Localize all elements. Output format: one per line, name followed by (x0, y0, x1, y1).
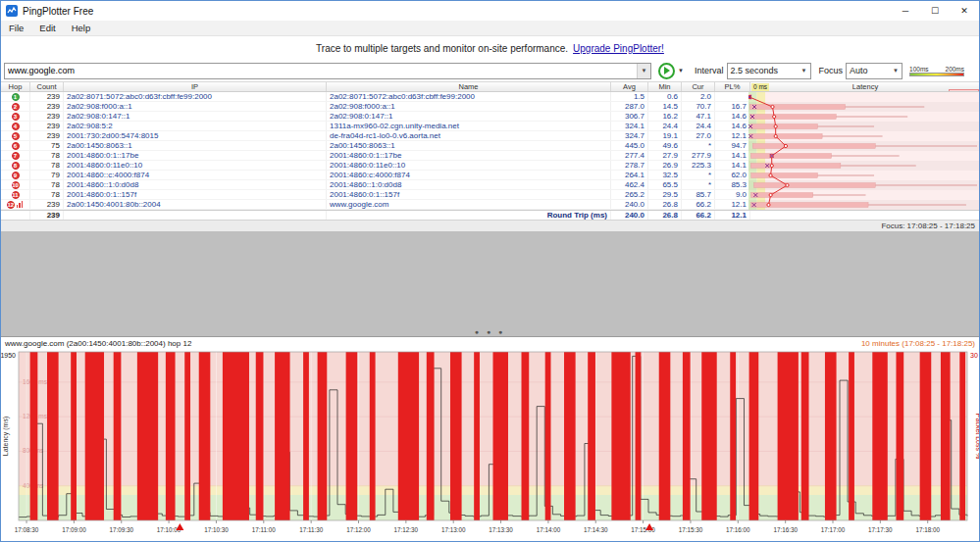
hop-status-dot: 4 (12, 123, 20, 130)
table-row[interactable]: 9792001:4860::c:4000:f8742001:4860:c:400… (1, 171, 979, 180)
summary-min: 26.8 (648, 211, 682, 220)
min-cell: 49.6 (648, 141, 682, 150)
cur-cell: 225.3 (682, 161, 715, 170)
min-cell: 24.4 (648, 122, 682, 130)
pl-cell: 14.1 (715, 151, 750, 160)
round-trip-row[interactable]: 239 Round Trip (ms) 240.0 26.8 66.2 12.1 (1, 210, 979, 220)
interval-select[interactable]: 2.5 seconds ▼ (727, 63, 811, 79)
svg-text:Packet Loss %: Packet Loss % (975, 414, 980, 459)
summary-pl: 12.1 (715, 211, 750, 220)
table-row[interactable]: 10782001:4860::1:0:d0d82001:4860::1:0:d0… (1, 180, 979, 190)
maximize-button[interactable]: ☐ (920, 1, 950, 21)
hop-status-dot: 1 (12, 93, 20, 101)
table-row[interactable]: 7782001:4860:0:1::17be2001:4860:0:1::17b… (1, 151, 979, 161)
svg-text:17:17:00: 17:17:00 (821, 526, 846, 533)
hop-status-dot: 8 (12, 162, 20, 170)
hop-cell: 12 (1, 200, 30, 209)
trace-options-caret[interactable]: ▼ (675, 68, 687, 74)
svg-text:17:11:00: 17:11:00 (252, 526, 277, 533)
ip-cell: 2001:4860::c:4000:f874 (64, 171, 327, 179)
pl-cell: 14.6 (715, 122, 750, 130)
table-row[interactable]: 52392001:730:2d00:5474:8015de-fra04d-rc1… (1, 131, 979, 141)
name-cell: 2001:4860:0:11e0::10 (327, 161, 611, 170)
panel-background: ● ● ● (1, 231, 979, 336)
upgrade-link[interactable]: Upgrade PingPlotter! (573, 43, 664, 54)
minimize-button[interactable]: ─ (891, 1, 920, 21)
focus-label: Focus (819, 66, 844, 75)
menu-help[interactable]: Help (64, 23, 99, 33)
header-cur[interactable]: Cur (682, 82, 715, 91)
count-cell: 78 (30, 180, 64, 189)
pl-cell: 12.1 (715, 131, 750, 140)
count-cell: 75 (30, 141, 64, 150)
table-row[interactable]: 11782001:4860:0:1::157f2001:4860:0:1::15… (1, 190, 979, 200)
table-row[interactable]: 122392a00:1450:4001:80b::2004www.google.… (1, 200, 979, 210)
table-row[interactable]: 32392a02:908:0:147::12a02:908:0:147::130… (1, 112, 979, 122)
min-cell: 14.5 (648, 102, 682, 111)
latency-cell (750, 200, 980, 209)
target-input[interactable] (5, 64, 637, 78)
cur-cell: 85.7 (682, 190, 715, 199)
header-pl[interactable]: PL% (715, 82, 750, 91)
focus-value: Auto (850, 66, 868, 75)
ip-cell: 2a00:1450:8063::1 (64, 141, 327, 150)
cur-cell: * (682, 180, 715, 189)
table-row[interactable]: 42392a02:908:5:21311a-mx960-02.cgn.unity… (1, 122, 979, 131)
menu-file[interactable]: File (1, 23, 31, 33)
avg-cell: 1.5 (611, 92, 648, 101)
avg-cell: 278.7 (611, 161, 648, 170)
header-ip[interactable]: IP (64, 82, 327, 91)
header-name[interactable]: Name (327, 82, 611, 91)
table-row[interactable]: 12392a02:8071:5072:abc0:d63f:cbff:fe99:2… (1, 92, 979, 102)
table-row[interactable]: 22392a02:908:f000:a::12a02:908:f000:a::1… (1, 102, 979, 112)
hop-status-dot: 11 (12, 191, 20, 199)
hop-status-dot: 7 (12, 152, 20, 160)
min-cell: 29.5 (648, 190, 682, 199)
header-count[interactable]: Count (30, 82, 64, 91)
header-avg[interactable]: Avg (611, 82, 648, 91)
controls-bar: ▼ ▼ Interval 2.5 seconds ▼ Focus Auto ▼ … (1, 60, 979, 81)
table-row[interactable]: 6752a00:1450:8063::12a00:1450:8063::1445… (1, 141, 979, 151)
chevron-down-icon: ▼ (893, 68, 899, 74)
cur-cell: 2.0 (682, 92, 715, 101)
table-row[interactable]: 8782001:4860:0:11e0::102001:4860:0:11e0:… (1, 161, 979, 171)
start-trace-button[interactable] (658, 63, 675, 79)
hop-cell: 7 (1, 151, 30, 160)
ip-cell: 2a02:908:5:2 (64, 122, 327, 130)
upgrade-banner: Trace to multiple targets and monitor on… (1, 36, 979, 60)
menu-edit[interactable]: Edit (31, 23, 63, 33)
target-dropdown-icon[interactable]: ▼ (637, 64, 650, 78)
hop-status-dot: 10 (12, 181, 20, 189)
latency-cell (750, 92, 980, 101)
summary-hop-cell (1, 211, 30, 220)
splitter-handle[interactable]: ● ● ● (475, 328, 506, 335)
pl-cell: 85.3 (715, 180, 750, 189)
latency-cell (750, 151, 980, 160)
graph-time-range[interactable]: 10 minutes (17:08:25 - 17:18:25) (861, 339, 975, 348)
header-latency[interactable]: 0 ms Latency 2753 ms (750, 82, 980, 91)
latency-color-legend: 100ms 200ms (909, 66, 964, 76)
latency-time-graph[interactable]: 1600 ms1200 ms800 ms400 ms17:08:3017:09:… (1, 350, 980, 542)
count-cell: 79 (30, 171, 64, 179)
latency-scale-min: 0 ms (751, 83, 769, 91)
close-button[interactable]: ✕ (950, 1, 979, 21)
latency-cell (750, 190, 980, 199)
avg-cell: 324.1 (611, 122, 648, 130)
header-min[interactable]: Min (648, 82, 682, 91)
name-cell: www.google.com (327, 200, 611, 209)
min-cell: 26.9 (648, 161, 682, 170)
cur-cell: 47.1 (682, 112, 715, 121)
header-hop[interactable]: Hop (1, 82, 30, 91)
pl-cell: 16.7 (715, 102, 750, 111)
min-cell: 0.6 (648, 92, 682, 101)
latency-cell (750, 102, 980, 111)
min-cell: 65.5 (648, 180, 682, 189)
focus-status-bar: Focus: 17:08:25 - 17:18:25 (1, 220, 979, 231)
name-cell: 1311a-mx960-02.cgn.unity-media.net (327, 122, 611, 130)
svg-text:30: 30 (970, 352, 978, 359)
focus-select[interactable]: Auto ▼ (846, 63, 903, 79)
avg-cell: 240.0 (611, 200, 648, 209)
svg-text:17:10:30: 17:10:30 (204, 526, 229, 533)
svg-text:17:12:00: 17:12:00 (346, 526, 371, 533)
hop-cell: 9 (1, 171, 30, 179)
